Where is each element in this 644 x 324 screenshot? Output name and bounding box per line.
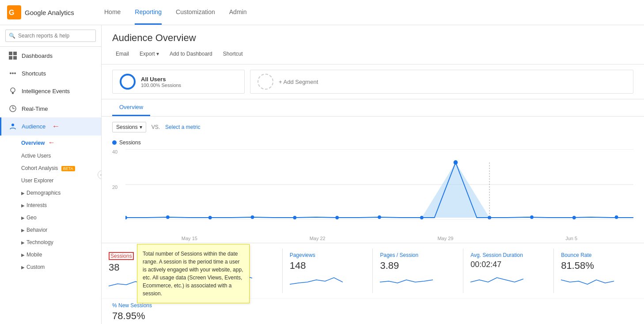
bounce-rate-sparkline	[561, 273, 614, 286]
main-layout: ◀ 🔍 Dashboards Shortcuts Int	[0, 25, 644, 324]
search-input[interactable]	[5, 30, 96, 42]
vs-label: VS.	[152, 124, 160, 130]
behavior-expand-icon: ▶	[21, 228, 25, 233]
svg-point-23	[293, 216, 297, 219]
svg-point-30	[572, 216, 576, 219]
pageviews-label[interactable]: Pageviews	[290, 252, 366, 258]
add-segment-circle	[258, 74, 273, 90]
pageviews-sparkline	[290, 273, 343, 286]
sessions-legend-label: Sessions	[119, 139, 141, 146]
svg-point-24	[335, 216, 339, 219]
logo-text: Google Analytics	[25, 9, 74, 16]
sidebar-item-audience[interactable]: Audience ←	[0, 117, 101, 136]
sidebar-item-dashboards[interactable]: Dashboards	[0, 47, 101, 64]
metric-bounce-rate: Bounce Rate 81.58%	[554, 249, 644, 293]
sessions-legend-dot	[112, 140, 117, 145]
sessions-tooltip: Total number of Sessions within the date…	[137, 244, 250, 303]
mobile-expand-icon: ▶	[21, 252, 25, 257]
tab-overview[interactable]: Overview	[112, 99, 150, 116]
export-button[interactable]: Export	[136, 49, 163, 59]
add-segment-label: + Add Segment	[279, 79, 318, 85]
segment-name: All Users	[141, 76, 181, 83]
pages-session-label[interactable]: Pages / Session	[380, 252, 456, 258]
chart-svg	[125, 149, 633, 224]
sidebar-item-intelligence[interactable]: Intelligence Events	[0, 82, 101, 100]
metrics-row: Sessions 38 Total number of Sessions wit…	[102, 243, 644, 298]
all-users-segment[interactable]: All Users 100.00% Sessions	[112, 70, 245, 94]
sub-mobile[interactable]: ▶ Mobile	[21, 249, 101, 261]
sub-interests[interactable]: ▶ Interests	[21, 199, 101, 211]
tab-bar: Overview	[102, 99, 644, 117]
sub-technology[interactable]: ▶ Technology	[21, 236, 101, 249]
svg-rect-5	[13, 56, 17, 60]
nav-customization[interactable]: Customization	[176, 0, 215, 25]
shortcuts-label: Shortcuts	[22, 70, 46, 77]
search-icon: 🔍	[9, 33, 15, 39]
audience-label: Audience	[22, 123, 45, 130]
intelligence-icon	[8, 87, 17, 95]
metric-dropdown-icon: ▾	[140, 124, 142, 130]
svg-text:G: G	[9, 9, 14, 16]
main-content: Audience Overview Email Export Add to Da…	[102, 25, 644, 324]
sidebar: ◀ 🔍 Dashboards Shortcuts Int	[0, 25, 102, 324]
sub-cohort[interactable]: Cohort Analysis BETA	[21, 162, 101, 174]
svg-point-22	[251, 215, 254, 219]
svg-point-9	[11, 88, 15, 92]
chart-controls: Sessions ▾ VS. Select a metric	[102, 117, 644, 138]
sub-geo[interactable]: ▶ Geo	[21, 211, 101, 224]
add-to-dashboard-button[interactable]: Add to Dashboard	[166, 49, 216, 59]
svg-point-29	[530, 215, 534, 219]
sub-behavior[interactable]: ▶ Behavior	[21, 224, 101, 236]
new-sessions-label[interactable]: % New Sessions	[112, 302, 223, 309]
bounce-rate-value: 81.58%	[561, 260, 637, 271]
beta-badge: BETA	[61, 166, 75, 171]
audience-submenu: Overview ← Active Users Cohort Analysis …	[0, 136, 101, 273]
svg-point-25	[378, 215, 381, 219]
nav-home[interactable]: Home	[104, 0, 121, 25]
svg-rect-10	[12, 92, 14, 94]
add-segment-card[interactable]: + Add Segment	[250, 70, 633, 94]
sub-overview[interactable]: Overview ←	[21, 136, 101, 150]
content-header: Audience Overview Email Export Add to Da…	[102, 25, 644, 64]
svg-point-6	[10, 72, 11, 74]
chart-x-labels: May 15 May 22 May 29 Jun 5	[102, 234, 644, 243]
svg-marker-18	[422, 162, 489, 218]
realtime-icon	[8, 104, 17, 113]
svg-point-14	[11, 124, 14, 126]
metric-sessions: Sessions 38 Total number of Sessions wit…	[102, 249, 192, 293]
chart-container: 40 20	[102, 146, 644, 234]
demographics-expand-icon: ▶	[21, 191, 25, 196]
chart-legend: Sessions	[102, 138, 644, 146]
pages-session-value: 3.89	[380, 260, 456, 271]
audience-arrow: ←	[52, 122, 60, 131]
segments-bar: All Users 100.00% Sessions + Add Segment	[102, 64, 644, 99]
sub-user-explorer[interactable]: User Explorer	[21, 174, 101, 187]
sub-demographics[interactable]: ▶ Demographics	[21, 187, 101, 199]
svg-rect-4	[9, 56, 12, 60]
sidebar-search-area: 🔍	[0, 25, 101, 47]
avg-duration-label[interactable]: Avg. Session Duration	[470, 252, 546, 258]
sidebar-item-realtime[interactable]: Real-Time	[0, 100, 101, 117]
dashboards-label: Dashboards	[22, 53, 53, 59]
nav-reporting[interactable]: Reporting	[135, 0, 162, 25]
svg-point-19	[125, 216, 127, 219]
email-button[interactable]: Email	[112, 49, 133, 59]
sessions-metric-select[interactable]: Sessions ▾	[112, 122, 146, 132]
nav-admin[interactable]: Admin	[229, 0, 247, 25]
shortcuts-icon	[8, 69, 17, 78]
bounce-rate-label[interactable]: Bounce Rate	[561, 252, 637, 258]
svg-point-26	[420, 216, 424, 219]
sidebar-item-shortcuts[interactable]: Shortcuts	[0, 64, 101, 82]
svg-point-7	[12, 72, 14, 74]
svg-point-21	[208, 216, 212, 219]
sub-active-users[interactable]: Active Users	[21, 150, 101, 162]
realtime-label: Real-Time	[22, 105, 48, 112]
pages-session-sparkline	[380, 273, 433, 286]
avg-duration-sparkline	[470, 271, 523, 284]
select-metric-link[interactable]: Select a metric	[165, 124, 200, 130]
metric-pages-session: Pages / Session 3.89	[373, 249, 463, 293]
sub-custom[interactable]: ▶ Custom	[21, 261, 101, 273]
avg-duration-value: 00:02:47	[470, 260, 546, 269]
svg-point-31	[615, 215, 618, 219]
shortcut-button[interactable]: Shortcut	[220, 49, 246, 59]
